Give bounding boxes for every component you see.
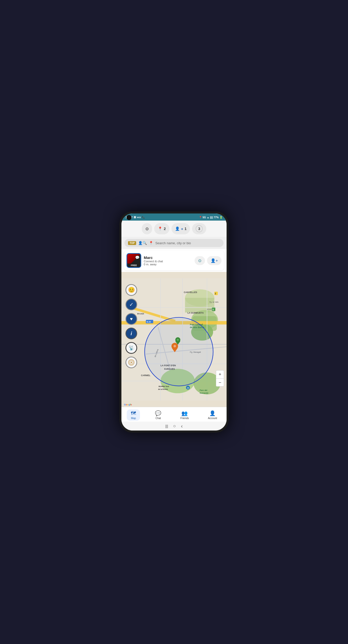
svg-text:3: 3 — [212, 308, 214, 311]
heart-icon[interactable]: ♥ — [125, 313, 137, 325]
free-badge: FREE — [127, 264, 140, 267]
add-contact-button[interactable]: 👤+ — [207, 256, 222, 265]
home-button[interactable]: ○ — [173, 423, 176, 429]
battery: 77% — [214, 216, 219, 219]
account-nav-label: Account — [208, 417, 217, 420]
zoom-controls: + − — [216, 370, 224, 387]
add-friend-button[interactable]: 👤 + 1 — [171, 223, 190, 234]
signal-icon: ▲ — [207, 216, 209, 219]
status-right: 📍 5G ▲ |||| 77% 🔋 — [199, 216, 223, 219]
messages-button[interactable]: 📍 2 — [154, 223, 169, 234]
top-actions: ⊙ 📍 2 👤 + 1 3 — [121, 221, 227, 237]
recents-button[interactable]: ||| — [165, 424, 168, 428]
pin-message-icon: 📍 — [158, 226, 163, 231]
phone-screen: 12:47 🖼 wzz 📞 📍 5G ▲ |||| 77% 🔋 ⊙ 📍 2 — [121, 213, 227, 431]
green-marker — [175, 337, 181, 346]
svg-text:BV-1415: BV-1415 — [137, 313, 144, 315]
add-friend-label: + — [181, 227, 183, 231]
bottom-nav: 🗺 Map 💬 Chat 👥 Friends 👤 Account — [121, 407, 227, 422]
scan-icon: ⊙ — [145, 226, 149, 231]
search-location-icon: 📍 — [149, 241, 153, 245]
notifications-button[interactable]: 3 — [192, 223, 206, 234]
user-info: Marc Connect & chat 0 m. away — [144, 255, 192, 266]
home-indicator: ||| ○ ‹ — [121, 422, 227, 431]
chat-overlay-icon: 💬 — [135, 255, 139, 259]
top-badge: TOP — [128, 241, 136, 245]
antenna-icon[interactable]: 📡 — [125, 342, 137, 354]
svg-text:M: M — [187, 387, 189, 389]
phone-frame: 12:47 🖼 wzz 📞 📍 5G ▲ |||| 77% 🔋 ⊙ 📍 2 — [119, 211, 229, 433]
back-button[interactable]: ‹ — [181, 423, 183, 429]
svg-text:Pg. de Vallo: Pg. de Vallo — [210, 301, 219, 303]
svg-text:MUHBA Turó: MUHBA Turó — [159, 386, 169, 387]
verified-icon[interactable]: ✓ — [125, 299, 137, 310]
map-svg: B-20 BV-1415 B-20 — [121, 272, 227, 407]
network-type: 5G — [203, 216, 206, 219]
nav-item-friends[interactable]: 👥 Friends — [176, 409, 193, 421]
nav-item-account[interactable]: 👤 Account — [204, 409, 221, 421]
google-logo: Google — [124, 403, 132, 406]
map-nav-icon: 🗺 — [131, 410, 136, 416]
user-action: Connect & chat — [144, 260, 192, 263]
zoom-in-button[interactable]: + — [216, 370, 224, 378]
nav-item-map[interactable]: 🗺 Map — [127, 409, 140, 421]
call-icon: 📞 — [142, 216, 145, 219]
app-icon: wzz — [137, 216, 141, 219]
search-placeholder: Search name, city or bio — [155, 241, 220, 245]
map-nav-label: Map — [131, 417, 136, 420]
svg-text:2: 2 — [215, 292, 216, 295]
svg-text:LA GUINEUETA: LA GUINEUETA — [187, 312, 204, 314]
user-distance: 0 m. away — [144, 263, 192, 266]
friends-nav-label: Friends — [180, 417, 189, 420]
notifications-count-badge: 3 — [196, 225, 203, 232]
svg-point-44 — [145, 317, 213, 386]
chat-nav-label: Chat — [155, 417, 161, 420]
user-card: 💬 FREE Marc Connect & chat 0 m. away ⊙ 👤… — [124, 251, 224, 270]
add-contact-icon: 👤+ — [211, 258, 218, 263]
location-ring-icon[interactable] — [125, 357, 137, 368]
focus-icon: ⊙ — [198, 258, 201, 263]
search-person-icon: 👤🔍 — [138, 241, 147, 245]
card-actions: ⊙ 👤+ — [195, 256, 222, 265]
location-icon: 📍 — [199, 216, 202, 219]
status-bar: 12:47 🖼 wzz 📞 📍 5G ▲ |||| 77% 🔋 — [121, 213, 227, 221]
add-person-icon: 👤 — [175, 226, 180, 231]
battery-icon: 🔋 — [219, 216, 223, 219]
svg-text:CARMEL: CARMEL — [141, 374, 151, 377]
map-area[interactable]: B-20 BV-1415 B-20 — [121, 272, 227, 407]
svg-text:CANYELLES: CANYELLES — [184, 291, 197, 294]
svg-text:Guinardó: Guinardó — [200, 392, 208, 394]
user-avatar: 💬 FREE — [126, 253, 141, 268]
focus-user-button[interactable]: ⊙ — [195, 256, 205, 265]
camera-notch — [126, 215, 132, 220]
info-icon[interactable]: i — [125, 328, 137, 339]
messages-count: 2 — [164, 227, 166, 231]
chat-nav-icon: 💬 — [155, 410, 161, 416]
zoom-out-button[interactable]: − — [216, 378, 224, 387]
scan-button[interactable]: ⊙ — [142, 223, 152, 234]
svg-text:de la Rovira: de la Rovira — [158, 388, 168, 390]
friends-nav-icon: 👥 — [181, 410, 188, 416]
signal-bars: |||| — [210, 216, 213, 219]
search-bar[interactable]: TOP 👤🔍 📍 Search name, city or bio — [124, 239, 224, 247]
svg-text:B-20: B-20 — [147, 321, 151, 323]
add-friend-count: 1 — [184, 227, 186, 231]
svg-text:Parc del: Parc del — [200, 389, 207, 391]
nav-item-chat[interactable]: 💬 Chat — [151, 409, 165, 421]
search-section: TOP 👤🔍 📍 Search name, city or bio — [121, 237, 227, 249]
svg-point-51 — [131, 362, 132, 363]
gallery-icon: 🖼 — [134, 216, 136, 219]
user-name: Marc — [144, 255, 192, 260]
smiley-icon[interactable]: 😊 — [125, 284, 137, 296]
account-nav-icon: 👤 — [209, 410, 216, 416]
svg-point-48 — [177, 339, 179, 341]
